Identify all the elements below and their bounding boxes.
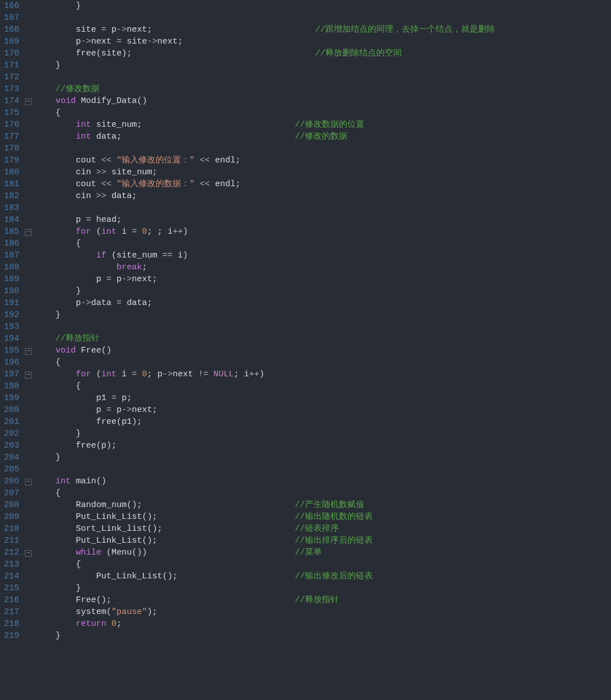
code-line[interactable]: void Free() bbox=[35, 345, 605, 357]
token-op: = bbox=[106, 405, 117, 415]
code-line[interactable]: p1 = p; bbox=[35, 392, 605, 404]
line-number: 217 bbox=[3, 606, 19, 618]
token-guide bbox=[35, 536, 76, 546]
token-op: != bbox=[198, 370, 213, 379]
code-line[interactable] bbox=[35, 202, 605, 214]
token-punct: ( bbox=[106, 607, 111, 617]
token-kw: return bbox=[76, 619, 106, 629]
code-line[interactable]: free(site); //释放删除结点的空间 bbox=[35, 48, 605, 59]
token-guide bbox=[35, 1, 76, 11]
token-guide bbox=[35, 524, 76, 534]
token-kw: break bbox=[117, 263, 142, 272]
token-id: site_num bbox=[111, 168, 152, 177]
fold-toggle-icon[interactable]: − bbox=[25, 345, 35, 357]
token-guide bbox=[35, 607, 76, 617]
code-line[interactable]: cout << "输入修改的位置：" << endl; bbox=[35, 154, 605, 166]
code-line[interactable] bbox=[35, 143, 605, 154]
fold-toggle-icon[interactable]: − bbox=[25, 368, 35, 380]
code-line[interactable]: { bbox=[35, 559, 605, 570]
token-id: p bbox=[101, 441, 106, 450]
code-line[interactable]: p = head; bbox=[35, 214, 605, 226]
code-line[interactable]: Put_Link_List(); //输出修改后的链表 bbox=[35, 570, 605, 582]
code-line[interactable]: void Modify_Data() bbox=[35, 95, 605, 107]
code-line[interactable] bbox=[35, 71, 605, 83]
code-line[interactable]: return 0; bbox=[35, 618, 605, 630]
code-line[interactable]: system("pause"); bbox=[35, 606, 605, 618]
fold-toggle-icon[interactable]: − bbox=[25, 226, 35, 238]
token-id: Random_num bbox=[76, 500, 127, 510]
token-guide bbox=[35, 168, 76, 177]
code-line[interactable]: Put_Link_List(); //输出随机数的链表 bbox=[35, 511, 605, 523]
token-id: site_num bbox=[117, 251, 162, 260]
token-punct: () bbox=[96, 476, 106, 486]
code-line[interactable]: int data; //修改的数据 bbox=[35, 131, 605, 143]
code-line[interactable]: break; bbox=[35, 261, 605, 273]
token-id: Menu bbox=[111, 548, 132, 557]
line-number: 183 bbox=[3, 202, 19, 214]
code-line[interactable] bbox=[35, 321, 605, 333]
code-line[interactable]: site = p->next; //跟增加结点的同理，去掉一个结点，就是删除 bbox=[35, 24, 605, 36]
code-line[interactable]: cin >> site_num; bbox=[35, 166, 605, 178]
fold-toggle-icon[interactable]: − bbox=[25, 475, 35, 487]
code-line[interactable]: Sort_Link_list(); //链表排序 bbox=[35, 523, 605, 535]
code-line[interactable]: } bbox=[35, 428, 605, 440]
code-line[interactable]: p = p->next; bbox=[35, 404, 605, 416]
code-line[interactable]: free(p); bbox=[35, 440, 605, 452]
token-guide bbox=[35, 227, 76, 237]
code-line[interactable]: } bbox=[35, 630, 605, 642]
fold-spacer bbox=[25, 250, 35, 261]
code-line[interactable]: if (site_num == i) bbox=[35, 250, 605, 261]
code-line[interactable]: Put_Link_List(); //输出排序后的链表 bbox=[35, 535, 605, 547]
fold-toggle-icon[interactable]: − bbox=[25, 547, 35, 559]
token-cmt: //跟增加结点的同理，去掉一个结点，就是删除 bbox=[315, 25, 495, 35]
fold-spacer bbox=[25, 594, 35, 606]
code-line[interactable]: { bbox=[35, 380, 605, 392]
code-line[interactable]: } bbox=[35, 285, 605, 297]
code-area[interactable]: } site = p->next; //跟增加结点的同理，去掉一个结点，就是删除… bbox=[35, 0, 611, 642]
code-line[interactable]: free(p1); bbox=[35, 416, 605, 428]
code-line[interactable]: { bbox=[35, 357, 605, 368]
code-line[interactable]: } bbox=[35, 59, 605, 71]
code-line[interactable] bbox=[35, 12, 605, 24]
code-line[interactable]: p->data = data; bbox=[35, 297, 605, 309]
token-punct: ; bbox=[152, 274, 157, 284]
token-id: p bbox=[76, 298, 81, 308]
token-punct: ) bbox=[183, 251, 188, 260]
token-id: endl bbox=[215, 179, 235, 189]
code-line[interactable]: } bbox=[35, 0, 605, 12]
code-line[interactable] bbox=[35, 463, 605, 475]
token-punct: ; bbox=[235, 179, 240, 189]
code-line[interactable]: cin >> data; bbox=[35, 190, 605, 202]
fold-spacer bbox=[25, 83, 35, 95]
code-line[interactable]: //修改数据 bbox=[35, 83, 605, 95]
code-line[interactable]: } bbox=[35, 582, 605, 594]
code-line[interactable]: while (Menu()) //菜单 bbox=[35, 547, 605, 559]
code-line[interactable]: cout << "输入修改的数据：" << endl; bbox=[35, 178, 605, 190]
token-id: Free bbox=[76, 595, 96, 605]
code-line[interactable]: } bbox=[35, 309, 605, 321]
token-op: -> bbox=[81, 37, 91, 46]
code-line[interactable]: { bbox=[35, 487, 605, 499]
token-op: = bbox=[101, 25, 111, 35]
code-line[interactable]: Random_num(); //产生随机数赋值 bbox=[35, 499, 605, 511]
fold-column[interactable]: −−−−−− bbox=[25, 0, 35, 642]
code-line[interactable]: { bbox=[35, 107, 605, 119]
code-editor[interactable]: 1661671681691701711721731741751761771781… bbox=[0, 0, 611, 642]
fold-spacer bbox=[25, 523, 35, 535]
code-line[interactable]: for (int i = 0; ; i++) bbox=[35, 226, 605, 238]
code-line[interactable]: int main() bbox=[35, 475, 605, 487]
fold-spacer bbox=[25, 404, 35, 416]
token-id: next bbox=[132, 405, 152, 415]
code-line[interactable]: } bbox=[35, 452, 605, 463]
code-line[interactable]: //释放指针 bbox=[35, 333, 605, 345]
fold-toggle-icon[interactable]: − bbox=[25, 95, 35, 107]
code-line[interactable]: p = p->next; bbox=[35, 273, 605, 285]
line-number: 213 bbox=[3, 559, 19, 570]
code-line[interactable]: for (int i = 0; p->next != NULL; i++) bbox=[35, 368, 605, 380]
token-id: Put_Link_List bbox=[96, 572, 162, 581]
code-line[interactable]: Free(); //释放指针 bbox=[35, 594, 605, 606]
code-line[interactable]: p->next = site->next; bbox=[35, 36, 605, 48]
token-op: = bbox=[86, 215, 96, 225]
code-line[interactable]: { bbox=[35, 238, 605, 250]
code-line[interactable]: int site_num; //修改数据的位置 bbox=[35, 119, 605, 131]
